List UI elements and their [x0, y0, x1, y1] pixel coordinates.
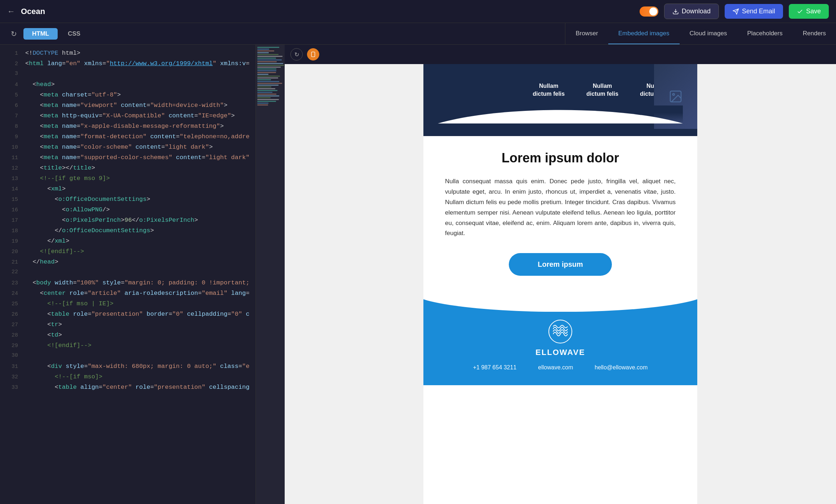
code-line: 20 <![endif]-->: [0, 247, 255, 257]
code-line: 2<html lang="en" xmlns="http://www.w3.or…: [0, 59, 255, 69]
line-code: <head>: [25, 80, 55, 90]
download-button[interactable]: Download: [664, 4, 719, 19]
refresh-icon[interactable]: ↻: [6, 30, 22, 38]
line-number: 20: [6, 247, 18, 257]
minimap-line: [257, 79, 271, 80]
hero-col-2-title: Nullamdictum felis: [586, 82, 618, 98]
minimap-line: [257, 94, 276, 95]
code-line: 25 <!--[if mso | IE]>: [0, 299, 255, 309]
preview-refresh-icon[interactable]: ↻: [290, 48, 303, 60]
minimap-content: [256, 45, 285, 108]
tab-css[interactable]: CSS: [59, 28, 89, 40]
line-number: 5: [6, 91, 18, 100]
minimap-line: [257, 88, 275, 89]
code-line: 24 <center role="article" aria-roledescr…: [0, 288, 255, 299]
tab-cloud-images[interactable]: Cloud images: [680, 23, 737, 44]
minimap-line: [257, 65, 284, 66]
send-icon: [733, 8, 739, 15]
line-code: <table align="center" role="presentation…: [25, 382, 250, 393]
line-code: <xml>: [25, 184, 66, 194]
minimap-line: [257, 86, 271, 87]
tab-renders[interactable]: Renders: [793, 23, 836, 44]
code-line: 1<!DOCTYPE html>: [0, 48, 255, 59]
minimap-line: [257, 103, 268, 104]
preview-panel: ↻ Nullamdictum felis Nullamdictum felis: [285, 45, 836, 504]
code-line: 19 </xml>: [0, 236, 255, 247]
minimap-line: [257, 101, 276, 102]
minimap-line: [257, 77, 278, 78]
line-number: 13: [6, 174, 18, 184]
line-number: 6: [6, 101, 18, 111]
back-button[interactable]: ←: [7, 8, 15, 15]
line-code: <div style="max-width: 680px; margin: 0 …: [25, 361, 250, 372]
line-code: <center role="article" aria-roledescript…: [25, 288, 250, 299]
line-number: 19: [6, 237, 18, 246]
minimap-line: [257, 50, 274, 51]
minimap-line: [257, 54, 279, 55]
code-line: 29 <![endif]-->: [0, 341, 255, 351]
hero-col-2: Nullamdictum felis: [575, 75, 629, 105]
tab-html[interactable]: HTML: [23, 28, 58, 40]
line-number: 28: [6, 331, 18, 340]
minimap-line: [257, 97, 271, 98]
line-number: 32: [6, 373, 18, 382]
code-line: 33 <table align="center" role="presentat…: [0, 382, 255, 393]
line-number: 12: [6, 164, 18, 173]
line-number: 29: [6, 341, 18, 351]
send-email-button[interactable]: Send Email: [725, 4, 783, 19]
theme-toggle[interactable]: [640, 6, 658, 17]
tab-placeholders[interactable]: Placeholders: [737, 23, 792, 44]
minimap-line: [257, 58, 276, 59]
minimap-line: [257, 47, 279, 48]
line-number: 18: [6, 226, 18, 236]
line-number: 3: [6, 69, 18, 78]
line-number: 7: [6, 112, 18, 121]
footer-email: hello@ellowave.com: [595, 364, 648, 371]
second-bar: ↻ HTML CSS Browser Embedded images Cloud…: [0, 23, 836, 45]
minimap-line: [257, 70, 276, 71]
tab-embedded-images[interactable]: Embedded images: [608, 23, 680, 44]
line-code: <meta name="viewport" content="width=dev…: [25, 100, 227, 111]
svg-point-6: [673, 94, 675, 95]
line-code: <tr>: [25, 320, 62, 330]
line-number: 21: [6, 258, 18, 267]
line-code: <![endif]-->: [25, 341, 92, 351]
line-code: </xml>: [25, 236, 69, 247]
email-body-text: Nulla consequat massa quis enim. Donec p…: [445, 176, 676, 239]
code-line: 9 <meta name="format-detection" content=…: [0, 132, 255, 142]
code-line: 15 <o:OfficeDocumentSettings>: [0, 194, 255, 205]
email-footer: ELLOWAVE +1 987 654 3211 ellowave.com he…: [423, 290, 697, 385]
code-line: 32 <!--[if mso]>: [0, 372, 255, 382]
line-number: 23: [6, 279, 18, 288]
line-number: 17: [6, 216, 18, 225]
code-area[interactable]: 1<!DOCTYPE html>2<html lang="en" xmlns="…: [0, 45, 255, 504]
minimap-line: [257, 83, 282, 84]
project-title: Ocean: [21, 7, 634, 16]
tab-browser[interactable]: Browser: [565, 23, 608, 44]
hero-col-1: Nullamdictum felis: [522, 75, 575, 105]
cta-button[interactable]: Lorem ipsum: [509, 253, 612, 276]
line-number: 26: [6, 310, 18, 319]
theme-toggle-wrap: [640, 6, 658, 17]
preview-device-icon[interactable]: [307, 48, 319, 60]
line-code: <!--[if gte mso 9]>: [25, 174, 110, 184]
line-number: 1: [6, 49, 18, 58]
line-code: <meta charset="utf-8">: [25, 90, 121, 100]
line-code: <title></title>: [25, 163, 95, 174]
line-code: <meta http-equiv="X-UA-Compatible" conte…: [25, 111, 235, 121]
code-line: 8 <meta name="x-apple-disable-message-re…: [0, 121, 255, 132]
minimap: [256, 45, 285, 504]
minimap-line: [257, 74, 268, 75]
line-number: 31: [6, 362, 18, 372]
minimap-line: [257, 56, 283, 57]
line-number: 27: [6, 320, 18, 330]
save-button[interactable]: Save: [789, 4, 829, 19]
code-line: 11 <meta name="supported-color-schemes" …: [0, 153, 255, 163]
download-icon: [672, 8, 679, 15]
code-line: 5 <meta charset="utf-8">: [0, 90, 255, 100]
code-line: 16 <o:AllowPNG/>: [0, 205, 255, 215]
code-line: 12 <title></title>: [0, 163, 255, 174]
code-line: 30: [0, 351, 255, 361]
editor-tabs: ↻ HTML CSS: [0, 23, 89, 44]
minimap-line: [257, 63, 283, 64]
